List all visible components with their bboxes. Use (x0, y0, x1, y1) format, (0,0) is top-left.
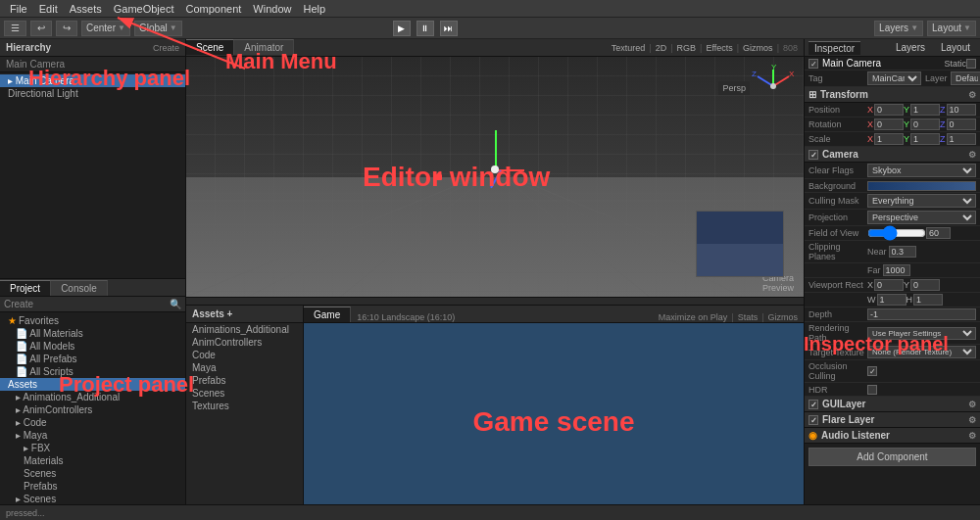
toolbar-center-dropdown[interactable]: Center ▼ (81, 21, 130, 36)
tab-game[interactable]: Game (304, 307, 351, 322)
tree-all-prefabs[interactable]: 📄 All Prefabs (0, 353, 185, 365)
tree-all-scripts[interactable]: 📄 All Scripts (0, 365, 185, 378)
camera-settings-icon[interactable]: ⚙ (968, 150, 976, 160)
pause-button[interactable]: ⏸ (416, 21, 434, 36)
viewport-w[interactable] (877, 294, 906, 306)
viewport-y[interactable] (910, 279, 940, 291)
toolbar-menu-btn[interactable]: ☰ (4, 21, 26, 36)
viewport-h[interactable] (913, 294, 943, 306)
inspector-checkbox[interactable] (808, 59, 818, 69)
layers-tab[interactable]: Layers (890, 41, 931, 54)
transform-settings-icon[interactable]: ⚙ (968, 90, 976, 100)
rot-y-input[interactable] (910, 118, 940, 130)
tree-scenes-sub[interactable]: Scenes (0, 467, 185, 480)
play-button[interactable]: ▶ (393, 21, 411, 36)
tree-assets[interactable]: Assets (0, 378, 185, 391)
menu-edit[interactable]: Edit (33, 0, 64, 17)
game-maximize-btn[interactable]: Maximize on Play (659, 312, 728, 322)
far-input[interactable] (883, 264, 910, 276)
scene-2d-btn[interactable]: 2D (656, 43, 667, 53)
asset-animations[interactable]: Animations_Additional (186, 323, 303, 336)
guilayer-settings-icon[interactable]: ⚙ (968, 400, 976, 409)
asset-prefabs[interactable]: Prefabs (186, 374, 303, 387)
flarelayer-settings-icon[interactable]: ⚙ (968, 415, 976, 425)
game-aspect-dropdown[interactable]: 16:10 Landscape (16:10) (357, 312, 455, 322)
tag-select[interactable]: MainCamera (867, 71, 921, 85)
occlusion-checkbox[interactable] (867, 366, 877, 376)
flarelayer-checkbox[interactable] (808, 415, 818, 425)
viewport-x[interactable] (874, 279, 904, 291)
add-component-button[interactable]: Add Component (808, 448, 976, 466)
menu-gameobject[interactable]: GameObject (108, 0, 180, 17)
game-viewport[interactable]: Game scene (304, 323, 804, 520)
hdr-checkbox[interactable] (867, 385, 877, 395)
menu-component[interactable]: Component (179, 0, 247, 17)
asset-maya[interactable]: Maya (186, 361, 303, 374)
scale-y-input[interactable] (910, 133, 940, 145)
scale-x-input[interactable] (874, 133, 904, 145)
tree-prefabs-sub[interactable]: Prefabs (0, 480, 185, 493)
fov-input[interactable] (926, 227, 951, 239)
step-button[interactable]: ⏭ (440, 21, 458, 36)
layer-select[interactable]: Default (951, 71, 980, 85)
projection-select[interactable]: Perspective (867, 211, 976, 224)
hierarchy-item-light[interactable]: Directional Light (0, 87, 185, 100)
tree-all-materials[interactable]: 📄 All Materials (0, 327, 185, 340)
asset-code[interactable]: Code (186, 349, 303, 361)
tree-all-models[interactable]: 📄 All Models (0, 340, 185, 353)
project-search-icon[interactable]: 🔍 (170, 299, 181, 309)
hierarchy-create-btn[interactable]: Create (153, 43, 179, 53)
game-stats-btn[interactable]: Stats (738, 312, 759, 322)
toolbar-redo-btn[interactable]: ↪ (56, 21, 77, 36)
background-color-swatch[interactable] (867, 181, 976, 191)
asset-textures[interactable]: Textures (186, 400, 303, 412)
project-create-btn[interactable]: Create (4, 299, 33, 309)
toolbar-undo-btn[interactable]: ↩ (30, 21, 52, 36)
menu-help[interactable]: Help (297, 0, 331, 17)
layout-tab[interactable]: Layout (935, 41, 976, 54)
menu-assets[interactable]: Assets (64, 0, 108, 17)
near-input[interactable] (889, 246, 916, 258)
scale-z-input[interactable] (947, 133, 976, 145)
scene-scrollbar[interactable] (186, 297, 804, 305)
scene-gizmos-label[interactable]: Gizmos (743, 43, 773, 53)
inspector-static-checkbox[interactable] (966, 59, 976, 69)
game-gizmos-btn[interactable]: Gizmos (767, 312, 798, 322)
hierarchy-item-camera[interactable]: ▸ Main Camera (0, 74, 185, 87)
pos-y-input[interactable] (910, 104, 940, 116)
scene-viewport[interactable]: Persp X Y Z Camera Preview (186, 57, 804, 297)
fov-slider[interactable] (867, 229, 926, 237)
tab-animator[interactable]: Animator (234, 39, 294, 55)
tree-animcontrollers[interactable]: ▸ AnimControllers (0, 403, 185, 416)
pos-x-input[interactable] (874, 104, 904, 116)
rot-z-input[interactable] (947, 118, 976, 130)
asset-animcontrollers[interactable]: AnimControllers (186, 336, 303, 349)
clear-flags-select[interactable]: Skybox (867, 164, 976, 177)
tab-project[interactable]: Project (0, 280, 51, 296)
tree-code[interactable]: ▸ Code (0, 416, 185, 429)
rendering-select[interactable]: Use Player Settings (867, 327, 976, 340)
pos-z-input[interactable] (947, 104, 976, 116)
tree-fbx[interactable]: ▸ FBX (0, 442, 185, 454)
asset-scenes[interactable]: Scenes (186, 387, 303, 400)
tree-animations[interactable]: ▸ Animations_Additional (0, 391, 185, 403)
guilayer-checkbox[interactable] (808, 400, 818, 409)
tab-console[interactable]: Console (51, 280, 108, 296)
culling-select[interactable]: Everything (867, 194, 976, 208)
toolbar-global-dropdown[interactable]: Global ▼ (134, 21, 182, 36)
depth-input[interactable] (867, 308, 976, 320)
camera-checkbox[interactable] (808, 150, 818, 160)
tree-maya[interactable]: ▸ Maya (0, 429, 185, 442)
layers-dropdown[interactable]: Layers ▼ (874, 21, 923, 36)
layout-dropdown[interactable]: Layout ▼ (927, 21, 976, 36)
audiolistener-settings-icon[interactable]: ⚙ (968, 431, 976, 441)
scene-effects-btn[interactable]: Effects (706, 43, 732, 53)
menu-window[interactable]: Window (247, 0, 297, 17)
rot-x-input[interactable] (874, 118, 904, 130)
scene-textured-btn[interactable]: Textured (612, 43, 646, 53)
scene-rgb-btn[interactable]: RGB (677, 43, 697, 53)
menu-file[interactable]: File (4, 0, 33, 17)
inspector-tab[interactable]: Inspector (808, 41, 860, 55)
target-select[interactable]: None (Render Texture) (867, 346, 976, 358)
tab-scene[interactable]: Scene (186, 39, 234, 55)
